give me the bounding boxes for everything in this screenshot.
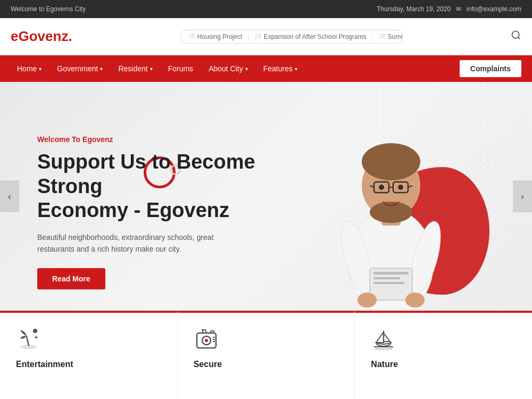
entertainment-label: Entertainment bbox=[16, 360, 73, 369]
card-secure[interactable]: Secure bbox=[178, 311, 355, 399]
nature-icon bbox=[371, 326, 396, 354]
nav-link-features[interactable]: Features ▾ bbox=[257, 57, 304, 80]
svg-point-13 bbox=[398, 185, 403, 190]
nav-link-about-city[interactable]: About City ▾ bbox=[202, 57, 254, 80]
nav-item-resident[interactable]: Resident ▾ bbox=[112, 57, 159, 80]
news-item-2: 📄 Expansion of After School Programs bbox=[255, 33, 367, 40]
hero-content: Welcome To Egovenz Support Us to Become … bbox=[37, 135, 293, 289]
hero-description: Beautiful neighborhoods, extraordinary s… bbox=[37, 231, 229, 255]
top-bar: Welcome to Egoverns City Thursday, March… bbox=[0, 0, 532, 18]
email-text: info@example.com bbox=[467, 5, 521, 13]
top-bar-left: Welcome to Egoverns City bbox=[11, 5, 86, 13]
home-caret: ▾ bbox=[39, 66, 41, 72]
next-arrow-icon: › bbox=[521, 191, 524, 202]
navbar: Home ▾ Government ▾ Resident ▾ Forums Ab… bbox=[0, 55, 532, 82]
logo[interactable]: eGovenz. bbox=[11, 28, 72, 45]
nav-items: Home ▾ Government ▾ Resident ▾ Forums Ab… bbox=[11, 57, 304, 80]
hero-title: Support Us to Become Strong Economy - Eg… bbox=[37, 150, 293, 223]
prev-arrow-icon: ‹ bbox=[8, 191, 11, 202]
nav-label-about-city: About City bbox=[209, 64, 243, 73]
svg-point-12 bbox=[379, 185, 384, 190]
divider-2: | bbox=[371, 33, 373, 40]
logo-name: Govenz bbox=[18, 28, 68, 44]
news-text-3: Summer Festival Ti bbox=[388, 33, 403, 40]
svg-rect-19 bbox=[373, 282, 404, 284]
news-item-1: 📄 Housing Project bbox=[188, 33, 243, 40]
nav-label-government: Government bbox=[57, 64, 98, 73]
svg-point-6 bbox=[370, 202, 412, 223]
slider-next-button[interactable]: › bbox=[513, 180, 532, 212]
news-icon-2: 📄 bbox=[255, 34, 261, 39]
nav-link-home[interactable]: Home ▾ bbox=[11, 57, 48, 80]
svg-point-21 bbox=[405, 293, 425, 307]
slider-prev-button[interactable]: ‹ bbox=[0, 180, 19, 212]
news-text-1: Housing Project bbox=[197, 33, 243, 40]
nav-link-forums[interactable]: Forums bbox=[162, 57, 200, 80]
hero-subtitle: Welcome To Egovenz bbox=[37, 135, 293, 144]
secure-label: Secure bbox=[194, 360, 222, 369]
features-caret: ▾ bbox=[295, 66, 297, 72]
svg-line-23 bbox=[27, 336, 29, 346]
svg-rect-28 bbox=[211, 331, 214, 333]
hero-section: Welcome To Egovenz Support Us to Become … bbox=[0, 82, 532, 311]
svg-point-27 bbox=[205, 339, 208, 342]
svg-rect-17 bbox=[373, 272, 409, 275]
entertainment-icon bbox=[16, 326, 41, 354]
nav-label-home: Home bbox=[17, 64, 37, 73]
svg-point-0 bbox=[512, 31, 519, 38]
hero-person bbox=[303, 93, 479, 311]
email-icon: ✉ bbox=[456, 5, 461, 13]
header: eGovenz. 📄 Housing Project | 📄 Expansion… bbox=[0, 18, 532, 55]
logo-dot: . bbox=[68, 28, 72, 44]
nav-label-features: Features bbox=[263, 64, 293, 73]
nav-item-government[interactable]: Government ▾ bbox=[51, 57, 109, 80]
nav-item-about-city[interactable]: About City ▾ bbox=[202, 57, 254, 80]
government-caret: ▾ bbox=[100, 66, 103, 72]
welcome-text: Welcome to Egoverns City bbox=[11, 5, 86, 13]
top-bar-right: Thursday, March 19, 2020 ✉ info@example.… bbox=[377, 5, 521, 13]
about-city-caret: ▾ bbox=[245, 66, 248, 72]
svg-point-20 bbox=[358, 293, 377, 307]
nav-label-forums: Forums bbox=[168, 64, 193, 73]
cards-section: Entertainment Secure bbox=[0, 311, 532, 399]
secure-icon bbox=[194, 326, 219, 354]
news-icon-3: 📄 bbox=[379, 34, 385, 39]
svg-point-24 bbox=[33, 329, 37, 333]
logo-e: e bbox=[11, 28, 18, 44]
svg-line-1 bbox=[518, 37, 520, 39]
date-text: Thursday, March 19, 2020 bbox=[377, 5, 451, 13]
card-nature[interactable]: Nature bbox=[355, 311, 532, 399]
card-entertainment[interactable]: Entertainment bbox=[0, 311, 178, 399]
nature-label: Nature bbox=[371, 360, 398, 369]
news-icon-1: 📄 bbox=[188, 34, 195, 39]
news-ticker: 📄 Housing Project | 📄 Expansion of After… bbox=[180, 30, 403, 44]
svg-rect-18 bbox=[373, 277, 400, 279]
nav-link-resident[interactable]: Resident ▾ bbox=[112, 57, 159, 80]
hero-title-line2: Economy - Egovenz bbox=[37, 199, 229, 221]
nav-item-home[interactable]: Home ▾ bbox=[11, 57, 48, 80]
search-button[interactable] bbox=[511, 30, 521, 43]
news-text-2: Expansion of After School Programs bbox=[264, 33, 367, 40]
complaints-button[interactable]: Complaints bbox=[460, 60, 521, 77]
hero-title-line1: Support Us to Become Strong bbox=[37, 151, 255, 197]
nav-link-government[interactable]: Government ▾ bbox=[51, 57, 109, 80]
read-more-button[interactable]: Read More bbox=[37, 268, 105, 289]
svg-point-5 bbox=[362, 143, 420, 180]
news-item-3: 📄 Summer Festival Ti bbox=[379, 33, 403, 40]
nav-label-resident: Resident bbox=[118, 64, 147, 73]
divider-1: | bbox=[248, 33, 250, 40]
nav-item-features[interactable]: Features ▾ bbox=[257, 57, 304, 80]
nav-item-forums[interactable]: Forums bbox=[162, 57, 200, 80]
resident-caret: ▾ bbox=[150, 66, 153, 72]
